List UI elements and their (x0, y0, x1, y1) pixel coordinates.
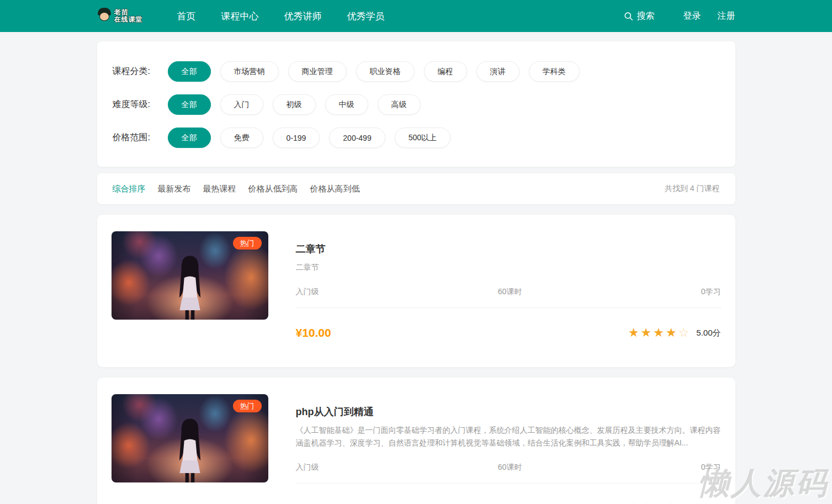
sort-options: 综合排序最新发布最热课程价格从低到高价格从高到低 (113, 184, 360, 194)
filter-option-pill[interactable]: 演讲 (476, 61, 520, 82)
filter-option-pill[interactable]: 入门 (220, 94, 263, 115)
filter-options: 全部免费0-199200-499500以上 (168, 128, 451, 148)
course-price: ¥10.00 (296, 326, 331, 339)
sort-option[interactable]: 综合排序 (113, 184, 146, 194)
price-row: ¥10.00 ★★★★☆ 5.00分 (296, 326, 721, 339)
search-label: 搜索 (637, 10, 655, 22)
sort-option[interactable]: 价格从低到高 (248, 184, 298, 194)
filter-option-pill[interactable]: 全部 (168, 94, 211, 115)
result-count: 共找到 4 门课程 (665, 184, 720, 194)
filter-option-pill[interactable]: 200-499 (329, 128, 385, 148)
filter-row: 课程分类:全部市场营销商业管理职业资格编程演讲学科类 (113, 61, 720, 82)
filter-label: 价格范围: (113, 132, 168, 144)
filter-option-pill[interactable]: 学科类 (529, 61, 580, 82)
filter-options: 全部市场营销商业管理职业资格编程演讲学科类 (168, 61, 580, 82)
filter-option-pill[interactable]: 初级 (273, 94, 316, 115)
filter-option-pill[interactable]: 职业资格 (356, 61, 415, 82)
course-title: 二章节 (296, 242, 721, 256)
main-content: 课程分类:全部市场营销商业管理职业资格编程演讲学科类难度等级:全部入门初级中级高… (97, 41, 735, 504)
filter-option-pill[interactable]: 市场营销 (220, 61, 279, 82)
sort-option[interactable]: 最新发布 (158, 184, 191, 194)
divider (296, 307, 721, 308)
nav-item[interactable]: 优秀讲师 (284, 10, 322, 23)
sort-option[interactable]: 最热课程 (203, 184, 236, 194)
girl-silhouette-illustration (168, 415, 211, 482)
course-meta: 入门级 60课时 0学习 (296, 287, 721, 297)
filter-label: 课程分类: (113, 66, 168, 77)
filter-row: 价格范围:全部免费0-199200-499500以上 (113, 128, 720, 148)
filter-option-pill[interactable]: 全部 (168, 61, 211, 82)
course-learners: 0学习 (701, 463, 721, 473)
course-learners: 0学习 (701, 287, 721, 297)
rating-score: 5.00分 (696, 328, 720, 338)
logo-line2: 在线课堂 (114, 16, 143, 23)
course-subtitle: 《人工智能基础》是一门面向零基础学习者的入门课程，系统介绍人工智能的核心概念、发… (296, 424, 721, 449)
filter-option-pill[interactable]: 免费 (220, 128, 263, 148)
course-info: 二章节 二章节 入门级 60课时 0学习 ¥10.00 ★★★★☆ 5.00分 (296, 231, 721, 351)
main-nav: 首页课程中心优秀讲师优秀学员 (177, 10, 385, 23)
hot-badge: 热门 (233, 400, 262, 412)
divider (296, 483, 721, 484)
nav-item[interactable]: 优秀学员 (347, 10, 385, 23)
star-rating-icons: ★★★★☆ (628, 327, 691, 339)
filter-option-pill[interactable]: 高级 (378, 94, 421, 115)
filter-option-pill[interactable]: 全部 (168, 128, 211, 148)
filter-label: 难度等级: (113, 99, 168, 110)
course-subtitle: 二章节 (296, 261, 721, 274)
course-meta: 入门级 60课时 0学习 (296, 463, 721, 473)
search-button[interactable]: 搜索 (624, 10, 655, 22)
price-row: ¥10.00 ★★★★☆ 5.00分 (296, 502, 721, 504)
course-thumbnail: 热门 (112, 394, 268, 482)
mascot-icon (97, 8, 112, 24)
course-lessons: 60课时 (498, 463, 522, 473)
filter-option-pill[interactable]: 500以上 (395, 128, 451, 148)
register-link[interactable]: 注册 (718, 10, 735, 22)
course-card[interactable]: 热门 php从入门到精通 《人工智能基础》是一门面向零基础学习者的入门课程，系统… (97, 378, 735, 504)
sort-option[interactable]: 价格从高到低 (310, 184, 360, 194)
course-lessons: 60课时 (498, 287, 522, 297)
filter-panel: 课程分类:全部市场营销商业管理职业资格编程演讲学科类难度等级:全部入门初级中级高… (97, 41, 735, 167)
course-card[interactable]: 热门 二章节 二章节 入门级 60课时 0学习 ¥10.00 ★★★★☆ 5.0… (97, 215, 735, 367)
girl-silhouette-illustration (168, 252, 211, 320)
course-level: 入门级 (296, 463, 319, 473)
course-title: php从入门到精通 (296, 405, 721, 418)
nav-item[interactable]: 首页 (177, 10, 196, 23)
filter-options: 全部入门初级中级高级 (168, 94, 421, 115)
site-logo[interactable]: 老苗 在线课堂 (97, 8, 143, 24)
hot-badge: 热门 (233, 237, 262, 250)
course-rating: ★★★★☆ 5.00分 (628, 327, 721, 339)
course-level: 入门级 (296, 287, 319, 297)
top-navbar: 老苗 在线课堂 首页课程中心优秀讲师优秀学员 搜索 登录 注册 (0, 0, 832, 32)
search-icon (624, 12, 633, 21)
logo-text: 老苗 在线课堂 (114, 9, 143, 23)
course-list: 热门 二章节 二章节 入门级 60课时 0学习 ¥10.00 ★★★★☆ 5.0… (97, 215, 735, 504)
filter-option-pill[interactable]: 中级 (325, 94, 368, 115)
course-price: ¥10.00 (296, 502, 331, 504)
login-link[interactable]: 登录 (683, 10, 701, 22)
filter-row: 难度等级:全部入门初级中级高级 (113, 94, 720, 115)
filter-option-pill[interactable]: 商业管理 (288, 61, 347, 82)
course-info: php从入门到精通 《人工智能基础》是一门面向零基础学习者的入门课程，系统介绍人… (296, 394, 721, 504)
filter-option-pill[interactable]: 0-199 (273, 128, 320, 148)
sort-bar: 综合排序最新发布最热课程价格从低到高价格从高到低 共找到 4 门课程 (97, 173, 735, 204)
nav-item[interactable]: 课程中心 (221, 10, 259, 23)
filter-option-pill[interactable]: 编程 (424, 61, 467, 82)
course-thumbnail: 热门 (112, 231, 268, 320)
